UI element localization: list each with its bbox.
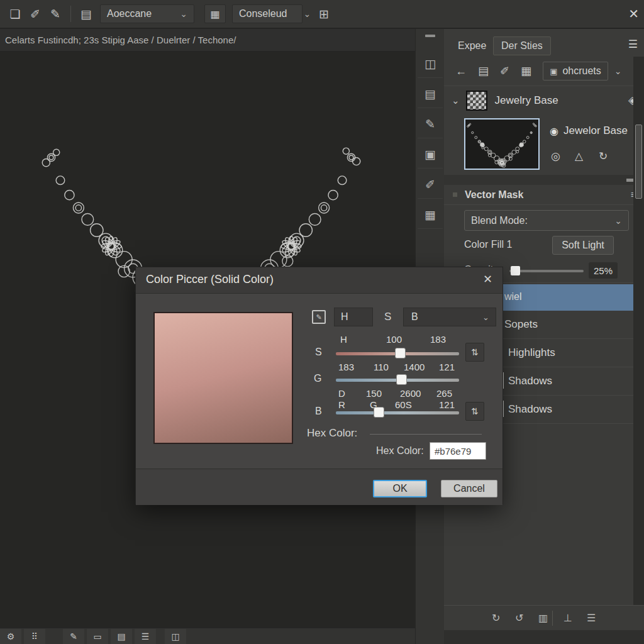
back-arrow-icon[interactable]: ← — [455, 65, 467, 78]
lasso-tool-icon[interactable]: ✐ — [25, 7, 45, 21]
panel-grip[interactable] — [425, 35, 435, 37]
slider-s-tick: 183 — [430, 334, 446, 345]
panel-menu-icon[interactable]: ☰ — [628, 38, 638, 51]
mode-dropdown-value: Conseleud — [239, 8, 287, 19]
preset-dropdown[interactable]: Aoeccane ⌄ — [100, 4, 194, 23]
stack-list-icon[interactable]: ☰ — [587, 612, 596, 624]
print-icon[interactable]: ▥ — [538, 612, 548, 624]
slider-b-label: B — [315, 406, 322, 417]
layer-badge-icon: ◉ — [550, 125, 558, 137]
saturation-slider-handle[interactable] — [395, 348, 406, 358]
hand-pen-icon[interactable]: ✐ — [418, 171, 443, 199]
upload-icon[interactable]: ⊥ — [564, 612, 572, 624]
refresh-icon[interactable]: ↻ — [599, 150, 608, 163]
gear-icon[interactable]: ⚙ — [0, 629, 21, 644]
color-picker-dialog: Color Piccer (Solid Color) ✕ ✎ H S B ⌄ H… — [135, 267, 503, 504]
color-swatch[interactable] — [153, 312, 293, 444]
type-tool-icon[interactable]: ✎ — [418, 111, 443, 138]
chevron-down-icon: ⌄ — [180, 9, 187, 19]
slider-g-label: G — [314, 373, 321, 384]
panel-scrollbar[interactable] — [633, 57, 644, 633]
tab-expee[interactable]: Expee — [450, 36, 494, 55]
frame-icon[interactable]: ▭ — [87, 629, 108, 644]
layer-name: Jewelor Base — [564, 125, 628, 137]
slider-g-tick: 121 — [439, 362, 455, 372]
opacity-slider-handle[interactable] — [511, 266, 520, 275]
undo-icon[interactable]: ↺ — [515, 612, 523, 624]
collapse-chevron-icon[interactable]: ⌄ — [452, 95, 460, 106]
blend-mode-dropdown[interactable]: Blend Mode: ⌄ — [464, 210, 629, 231]
dialog-title-bar[interactable]: Color Piccer (Solid Color) ✕ — [136, 267, 502, 294]
pencil-tool-icon[interactable]: ✎ — [45, 7, 65, 21]
objects-dropdown[interactable]: ▣ ohcruets — [543, 62, 608, 80]
stepper-glyph: ⇅ — [471, 347, 479, 357]
green-slider-handle[interactable] — [396, 374, 407, 385]
dialog-title: Color Piccer (Solid Color) — [146, 273, 274, 286]
channel-h-field[interactable]: H — [334, 308, 373, 326]
breadcrumb-bar: Celarts Fustincdh; 23s Stipig Aase / Due… — [0, 29, 415, 52]
layout-panels-icon[interactable]: ◫ — [418, 50, 443, 78]
color-fill-row[interactable]: Color Fill 1 Soft Light › — [444, 234, 644, 258]
stepper-up-down-icon[interactable]: ⇅ — [465, 343, 484, 362]
window-close-icon[interactable]: ✕ — [628, 6, 639, 21]
vector-mask-row[interactable]: Vector Mask ≡ — [444, 185, 644, 205]
brightness-slider-handle[interactable] — [374, 407, 384, 418]
cancel-label: Cancel — [453, 483, 485, 494]
soft-light-button[interactable]: Soft Light — [552, 236, 614, 255]
chevron-down-icon[interactable]: ⌄ — [614, 66, 622, 76]
green-slider[interactable] — [336, 379, 459, 382]
mode-dropdown[interactable]: Conseleud ⌄ — [232, 4, 303, 23]
brightness-slider[interactable] — [336, 411, 459, 414]
opacity-slider[interactable] — [509, 270, 584, 272]
sliders-icon[interactable]: ☰ — [135, 629, 156, 644]
stepper-up-down-icon[interactable]: ⇅ — [465, 402, 484, 421]
layer-thumbnail[interactable] — [464, 118, 540, 170]
channel-b-dropdown[interactable]: B ⌄ — [403, 308, 496, 326]
layer-entry[interactable]: ◉ Jewelor Base ◎ △ ↻ — [444, 114, 644, 175]
glyph: ⚙ — [7, 631, 15, 641]
slider-b-tick: 2600 — [400, 388, 421, 399]
saturation-slider[interactable] — [336, 352, 459, 355]
copy-stack-icon[interactable]: ▣ — [418, 141, 443, 169]
top-toolbar: ❏ ✐ ✎ ▤ Aoeccane ⌄ ▦ Conseleud ⌄ ⊞ ✕ — [0, 0, 644, 29]
hex-section-label: Hex Color: — [307, 427, 357, 440]
soft-light-label: Soft Light — [562, 240, 604, 251]
redo-icon[interactable]: ↻ — [492, 612, 500, 624]
split-view-icon[interactable]: ◫ — [165, 629, 186, 644]
warp-icon[interactable]: △ — [575, 150, 583, 163]
brush-icon[interactable]: ✎ — [63, 629, 84, 644]
grid-icon[interactable]: ▦ — [204, 4, 226, 23]
cancel-button[interactable]: Cancel — [441, 480, 497, 497]
grid-glyph: ▦ — [210, 8, 219, 20]
paste-icon[interactable]: ▤ — [478, 64, 489, 78]
window-list-icon[interactable]: ▤ — [418, 80, 443, 108]
checkbox-icon: ▣ — [550, 67, 557, 76]
layers-icon[interactable]: ▤ — [76, 7, 96, 21]
export-grid-icon[interactable]: ▦ — [521, 64, 531, 78]
panel-scrub-bar[interactable] — [444, 175, 644, 185]
slider-s-tick: 100 — [386, 334, 402, 345]
layer-group-header[interactable]: ⌄ Jewelry Base ◈ — [444, 86, 644, 114]
hex-color-input[interactable] — [430, 442, 486, 460]
pen-icon[interactable]: ✐ — [500, 64, 509, 78]
dots-grid-icon[interactable]: ⠿ — [24, 629, 45, 644]
glyph: ▣ — [425, 147, 436, 162]
target-icon[interactable]: ◎ — [551, 150, 560, 163]
row-label: Shadows — [508, 403, 552, 416]
extra-tool-icon[interactable]: ⊞ — [314, 7, 334, 21]
edit-color-icon[interactable]: ✎ — [312, 310, 326, 324]
channel-s-label: S — [384, 311, 391, 323]
export-icon[interactable]: ▤ — [111, 629, 132, 644]
tab-der-sties[interactable]: Der Sties — [493, 36, 551, 55]
grid-window-icon[interactable]: ▦ — [418, 201, 443, 229]
scrollbar-thumb[interactable] — [635, 125, 642, 199]
tab-label: Expee — [458, 40, 486, 52]
chevron-down-icon: ⌄ — [614, 216, 622, 226]
dialog-close-icon[interactable]: ✕ — [483, 272, 492, 286]
toolbar-divider — [70, 6, 71, 22]
layer-name-row: ◉ Jewelor Base — [550, 125, 628, 137]
select-tool-icon[interactable]: ❏ — [5, 7, 25, 21]
bottom-toolbar: ⚙ ⠿ ✎ ▭ ▤ ☰ ◫ — [0, 628, 415, 644]
ok-button[interactable]: OK — [373, 480, 427, 497]
hex-field-label: Hex Color: — [376, 445, 424, 457]
